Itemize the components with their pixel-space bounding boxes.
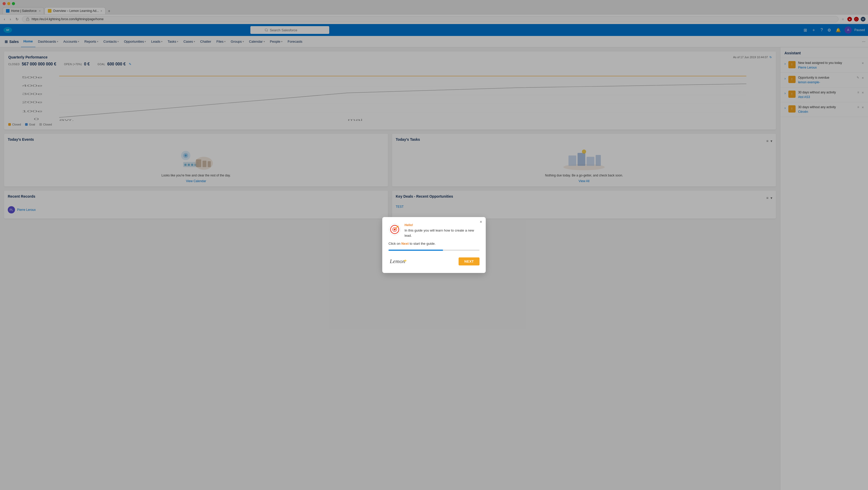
modal-hello: Hello! xyxy=(404,223,479,227)
lemon-logo-svg: Lemon xyxy=(389,256,409,265)
modal-instruction-prefix: Click on xyxy=(389,242,401,246)
modal-instruction-suffix: to start the guide. xyxy=(409,242,436,246)
modal-instruction: Click on Next to start the guide. xyxy=(389,242,479,246)
modal-footer: Lemon NEXT xyxy=(389,256,479,267)
lemon-learning-icon xyxy=(389,223,401,236)
modal-overlay: × Hello! In this guide you will learn ho… xyxy=(0,0,868,490)
modal-icon-area: Hello! In this guide you will learn how … xyxy=(389,223,479,238)
modal-close-button[interactable]: × xyxy=(480,220,482,224)
modal-description: In this guide you will learn how to crea… xyxy=(404,228,479,238)
svg-text:Lemon: Lemon xyxy=(390,258,405,265)
modal-progress-fill xyxy=(389,250,443,251)
modal-instruction-highlight: Next xyxy=(401,242,409,246)
next-button[interactable]: NEXT xyxy=(459,257,479,266)
lemon-logo: Lemon xyxy=(389,256,409,267)
modal-progress-bar xyxy=(389,250,479,251)
modal-text-area: Hello! In this guide you will learn how … xyxy=(404,223,479,238)
guide-modal: × Hello! In this guide you will learn ho… xyxy=(382,217,486,273)
